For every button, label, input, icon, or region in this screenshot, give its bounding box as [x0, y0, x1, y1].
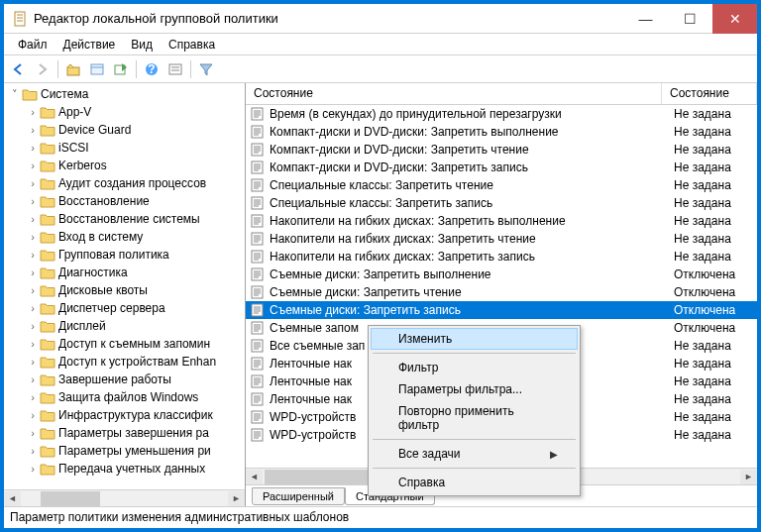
tree-item[interactable]: ›Device Guard	[4, 121, 245, 139]
svg-rect-48	[252, 233, 263, 245]
svg-rect-58	[252, 268, 263, 280]
list-row[interactable]: Компакт-диски и DVD-диски: Запретить вып…	[246, 123, 757, 141]
export-button[interactable]	[110, 58, 132, 80]
tree-item[interactable]: ›Параметры уменьшения ри	[4, 442, 245, 460]
svg-rect-4	[67, 67, 79, 75]
app-icon	[12, 11, 28, 27]
tab-extended[interactable]: Расширенный	[252, 487, 345, 505]
list-header: Состояние Состояние	[246, 83, 757, 105]
svg-rect-5	[91, 64, 103, 74]
tree-item[interactable]: ›Вход в систему	[4, 228, 245, 246]
tree-item[interactable]: ›Доступ к устройствам Enhan	[4, 353, 245, 371]
tree-item[interactable]: ›Защита файлов Windows	[4, 388, 245, 406]
svg-rect-83	[252, 358, 263, 370]
svg-rect-63	[252, 286, 263, 298]
tree-panel: ˅Система›App-V›Device Guard›iSCSI›Kerber…	[4, 83, 246, 506]
forward-button[interactable]	[32, 58, 54, 80]
tree-root[interactable]: ˅Система	[4, 85, 245, 103]
menu-action[interactable]: Действие	[55, 35, 124, 54]
svg-rect-43	[252, 215, 263, 227]
maximize-button[interactable]: ☐	[668, 4, 712, 34]
svg-rect-33	[252, 179, 263, 191]
list-row[interactable]: Компакт-диски и DVD-диски: Запретить зап…	[246, 159, 757, 176]
close-button[interactable]: ✕	[712, 4, 757, 34]
svg-rect-53	[252, 251, 263, 263]
list-row[interactable]: Съемные диски: Запретить записьОтключена	[246, 301, 757, 319]
list-row[interactable]: Съемные диски: Запретить выполнениеОтклю…	[246, 266, 757, 283]
list-row[interactable]: Съемные диски: Запретить чтениеОтключена	[246, 283, 757, 301]
tree-item[interactable]: ›Аудит создания процессов	[4, 174, 245, 192]
up-folder-button[interactable]	[62, 58, 84, 80]
menu-separator	[373, 468, 576, 469]
toolbar: ?	[4, 55, 757, 83]
tree[interactable]: ˅Система›App-V›Device Guard›iSCSI›Kerber…	[4, 83, 245, 489]
tree-item[interactable]: ›App-V	[4, 103, 245, 121]
list-row[interactable]: Компакт-диски и DVD-диски: Запретить чте…	[246, 141, 757, 159]
svg-rect-38	[252, 197, 263, 209]
tree-item[interactable]: ›Инфраструктура классифик	[4, 406, 245, 424]
context-menu-item[interactable]: Все задачи▶	[371, 443, 578, 465]
context-menu-item: Повторно применить фильтр	[371, 400, 578, 436]
properties-button[interactable]	[86, 58, 108, 80]
context-menu-item[interactable]: Справка	[371, 472, 578, 493]
tree-item[interactable]: ›Восстановление системы	[4, 210, 245, 228]
window-controls: — ☐ ✕	[623, 4, 757, 34]
menu-separator	[373, 439, 576, 440]
tree-item[interactable]: ›iSCSI	[4, 139, 245, 157]
svg-rect-88	[252, 375, 263, 387]
tree-hscrollbar[interactable]: ◄►	[4, 489, 245, 506]
menu-file[interactable]: Файл	[10, 35, 55, 54]
tree-item[interactable]: ›Доступ к съемным запомин	[4, 335, 245, 353]
svg-rect-18	[252, 126, 263, 138]
svg-rect-78	[252, 340, 263, 352]
list-row[interactable]: Накопители на гибких дисках: Запретить з…	[246, 248, 757, 266]
context-menu-item[interactable]: Фильтр	[371, 357, 578, 378]
filter-button[interactable]	[195, 58, 217, 80]
back-button[interactable]	[8, 58, 30, 80]
tree-item[interactable]: ›Дисковые квоты	[4, 281, 245, 299]
context-menu-item[interactable]: Изменить	[371, 328, 578, 350]
list-row[interactable]: Время (в секундах) до принудительной пер…	[246, 105, 757, 123]
svg-rect-28	[252, 161, 263, 173]
col-name[interactable]: Состояние	[246, 83, 662, 104]
context-menu: ИзменитьФильтрПараметры фильтра...Повтор…	[368, 325, 581, 496]
tree-item[interactable]: ›Завершение работы	[4, 371, 245, 388]
options-button[interactable]	[164, 58, 186, 80]
tree-item[interactable]: ›Передача учетных данных	[4, 460, 245, 478]
statusbar: Параметр политики изменения администрати…	[4, 506, 757, 528]
titlebar: Редактор локальной групповой политики — …	[4, 4, 757, 34]
context-menu-item[interactable]: Параметры фильтра...	[371, 378, 578, 400]
menubar: Файл Действие Вид Справка	[4, 34, 757, 55]
window-title: Редактор локальной групповой политики	[34, 11, 623, 26]
help-button[interactable]: ?	[141, 58, 163, 80]
tree-item[interactable]: ›Параметры завершения ра	[4, 424, 245, 442]
svg-rect-68	[252, 304, 263, 316]
col-state[interactable]: Состояние	[662, 83, 757, 104]
menu-help[interactable]: Справка	[161, 35, 223, 54]
svg-rect-73	[252, 322, 263, 334]
tree-item[interactable]: ›Групповая политика	[4, 246, 245, 264]
svg-text:?: ?	[148, 62, 155, 76]
svg-rect-98	[252, 411, 263, 423]
tree-item[interactable]: ›Восстановление	[4, 192, 245, 210]
svg-rect-13	[252, 108, 263, 120]
list-row[interactable]: Специальные классы: Запретить чтениеНе з…	[246, 176, 757, 194]
tree-item[interactable]: ›Диагностика	[4, 264, 245, 281]
list-row[interactable]: Специальные классы: Запретить записьНе з…	[246, 194, 757, 212]
list-row[interactable]: Накопители на гибких дисках: Запретить ч…	[246, 230, 757, 248]
minimize-button[interactable]: —	[623, 4, 668, 34]
svg-rect-0	[15, 12, 25, 26]
svg-rect-10	[169, 64, 181, 74]
tree-item[interactable]: ›Kerberos	[4, 157, 245, 174]
svg-rect-103	[252, 429, 263, 441]
tree-item[interactable]: ›Диспетчер сервера	[4, 299, 245, 317]
list-row[interactable]: Накопители на гибких дисках: Запретить в…	[246, 212, 757, 230]
menu-separator	[373, 353, 576, 354]
svg-rect-93	[252, 393, 263, 405]
tree-item[interactable]: ›Дисплей	[4, 317, 245, 335]
menu-view[interactable]: Вид	[123, 35, 161, 54]
svg-rect-23	[252, 144, 263, 156]
